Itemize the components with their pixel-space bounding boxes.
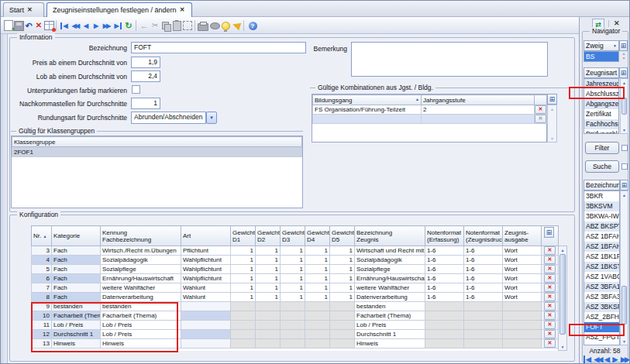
cell[interactable]: Fach xyxy=(52,274,101,283)
go-first-button[interactable]: ◀ xyxy=(59,19,70,32)
cell[interactable]: Fach xyxy=(52,246,101,256)
cell[interactable]: 1 xyxy=(281,293,305,302)
cell[interactable]: 1 xyxy=(281,246,305,256)
cell[interactable]: 1-6 xyxy=(425,293,464,302)
cell[interactable]: Datenverarbeitung xyxy=(355,293,425,302)
suche-checkbox[interactable] xyxy=(621,163,628,170)
cell[interactable]: Durchschnitt 1 xyxy=(355,330,425,339)
nachkommastellen-input[interactable]: 1 xyxy=(131,98,160,109)
delete-row-button[interactable]: ✕ xyxy=(544,311,556,320)
cell[interactable]: 1 xyxy=(305,265,330,274)
cell[interactable]: 1-6 xyxy=(425,265,464,274)
list-item[interactable]: Fachhochschulre... xyxy=(584,119,618,129)
cell[interactable]: 4 xyxy=(32,256,52,265)
list-item[interactable]: 3BKR xyxy=(584,191,619,201)
cell[interactable]: 1 xyxy=(256,246,281,256)
list-item[interactable]: ASZ 1BFAHT_1 xyxy=(584,242,619,252)
dataset-button[interactable] xyxy=(43,19,54,32)
column-header-kennung[interactable]: KennungFachbezeichnung xyxy=(101,226,181,246)
cell[interactable]: weitere Wahlfächer xyxy=(101,283,181,293)
cell[interactable]: Fach xyxy=(52,293,101,302)
cell[interactable] xyxy=(422,115,535,124)
bemerkung-textarea[interactable] xyxy=(351,42,548,77)
cell[interactable]: 1 xyxy=(281,274,305,283)
undo-button[interactable]: ↶ xyxy=(23,19,34,32)
cell[interactable]: Sozialpädagogik xyxy=(355,256,425,265)
column-header-klassengruppe[interactable]: Klassengruppe xyxy=(12,137,302,147)
column-header-gewicht-d2[interactable]: GewichtD2 xyxy=(256,226,281,246)
konfiguration-scrollbar[interactable]: ▲ ▼ xyxy=(558,246,567,351)
cell[interactable]: Hinweis xyxy=(355,339,425,349)
cell[interactable]: Fach xyxy=(52,256,101,265)
cell[interactable]: Datenverarbeitung xyxy=(101,293,181,302)
tab-start[interactable]: Start ✕ xyxy=(3,2,44,17)
kombinationen-grid-button[interactable]: ⊞ xyxy=(547,94,557,105)
cell[interactable]: Lob / Preis xyxy=(355,321,425,330)
cell[interactable]: Sozialpflege xyxy=(355,265,425,274)
close-panel-button[interactable]: ✕ xyxy=(614,19,620,27)
table-row-new[interactable]: ✕ xyxy=(313,115,547,124)
delete-row-button[interactable]: ✕ xyxy=(544,265,556,273)
cell[interactable]: Fach xyxy=(52,265,101,274)
cell[interactable]: 1 xyxy=(330,293,355,302)
hint-button[interactable] xyxy=(220,19,231,32)
cell[interactable]: Sozialpädagogik xyxy=(101,256,181,265)
cell[interactable] xyxy=(181,302,231,311)
cell[interactable]: FS Organisation/Führung-Teilzeit xyxy=(313,105,422,115)
column-header-gewicht-d3[interactable]: GewichtD3 xyxy=(281,226,305,246)
cell[interactable] xyxy=(313,115,422,124)
scroll-up-icon[interactable]: ▲ xyxy=(621,79,628,86)
cell[interactable]: 6 xyxy=(32,274,52,283)
scrollbar-thumb[interactable] xyxy=(621,286,627,325)
cell[interactable] xyxy=(181,330,231,339)
column-header-art[interactable]: Art xyxy=(181,226,231,246)
cell[interactable]: 1-6 xyxy=(464,293,503,302)
list-item[interactable]: ASZ 3BFA1 Helfer xyxy=(584,282,619,292)
close-tab-icon[interactable]: ✕ xyxy=(180,7,185,13)
new-record-button[interactable]: + xyxy=(3,19,14,32)
cell[interactable]: 1 xyxy=(231,274,256,283)
go-prev-button[interactable]: ◀ xyxy=(604,355,610,363)
list-item[interactable]: Prüfungsblatt xyxy=(584,129,618,134)
list-item[interactable]: ASZ 1BK1P xyxy=(584,252,619,262)
cell[interactable]: Sozialpflege xyxy=(101,265,181,274)
cell[interactable]: Wort xyxy=(503,274,542,283)
column-header-bildungsgang[interactable]: Bildungsgang ▲ xyxy=(313,95,422,105)
preis-input[interactable]: 1,9 xyxy=(131,57,160,68)
scrollbar-thumb[interactable] xyxy=(559,254,566,335)
list-item[interactable]: 3BKSVM xyxy=(584,201,619,211)
cell[interactable]: 2FOF1 xyxy=(12,147,302,157)
delete-row-button[interactable]: ✕ xyxy=(544,283,556,292)
cell[interactable]: 1-6 xyxy=(464,256,503,265)
go-prev-button[interactable]: ◀ xyxy=(81,19,91,32)
go-prev-fast-button[interactable]: ◀◀ xyxy=(70,19,81,32)
column-header-nr[interactable]: Nr. ▲ xyxy=(32,226,52,246)
bezeichnung-grid-button[interactable]: ⊞ xyxy=(620,180,628,191)
scroll-up-icon[interactable]: ▲ xyxy=(621,191,628,198)
cell[interactable]: 1 xyxy=(305,246,330,256)
go-next-button[interactable]: ▶ xyxy=(613,355,618,363)
refresh-button[interactable]: ↻ xyxy=(123,19,134,32)
cell[interactable]: 1 xyxy=(281,256,305,265)
list-item[interactable]: ASZ 3BKSPIT xyxy=(584,302,619,312)
go-next-fast-button[interactable]: ▶▶ xyxy=(101,19,112,32)
bezeichnung-header[interactable]: Bezeichnung▲ xyxy=(584,180,620,191)
cell[interactable]: 1 xyxy=(330,265,355,274)
history-back-button[interactable]: ← xyxy=(139,19,150,32)
cell[interactable]: Wahlpflichtunt xyxy=(181,274,231,283)
cell[interactable]: 1-6 xyxy=(464,274,503,283)
scroll-up-icon[interactable]: ▲ xyxy=(559,246,566,253)
table-row-selected[interactable]: 2FOF1 xyxy=(12,147,302,157)
copy-button[interactable] xyxy=(160,19,171,32)
cell[interactable]: Wirtsch./Recht m.Übungen xyxy=(101,246,181,256)
paste-button[interactable] xyxy=(171,19,182,32)
delete-row-button[interactable]: ✕ xyxy=(544,321,556,329)
list-item[interactable]: ASZ_2BFH xyxy=(584,312,619,322)
scroll-down-icon[interactable]: ▼ xyxy=(620,56,628,60)
go-last-button[interactable]: ▶ xyxy=(112,19,123,32)
lob-input[interactable]: 2,4 xyxy=(131,70,160,82)
delete-button[interactable]: ✕ xyxy=(33,19,44,32)
zeugnisart-grid-button[interactable]: ⊞ xyxy=(619,67,628,78)
delete-row-button[interactable]: ✕ xyxy=(544,302,556,311)
column-header-notenformat-zeugnisdruck[interactable]: Notenformat(Zeugnisdruck) xyxy=(464,226,503,246)
